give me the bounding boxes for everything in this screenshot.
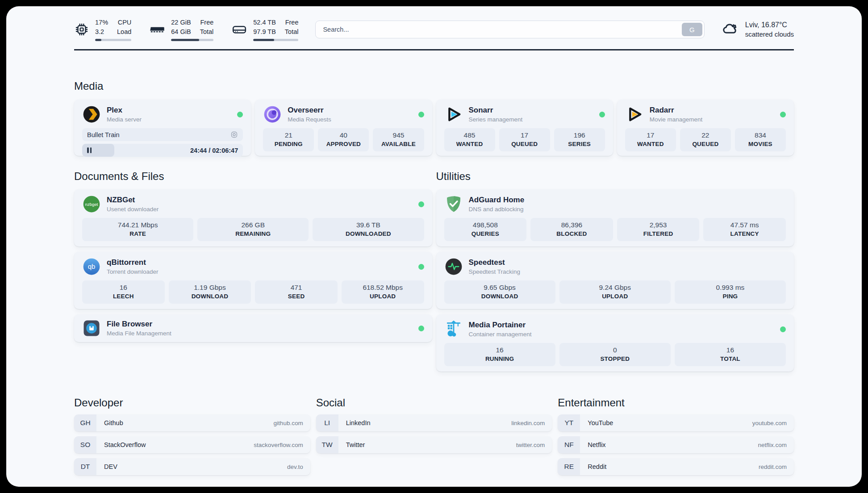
status-dot-online	[237, 112, 243, 117]
plex-icon	[82, 105, 101, 124]
memory-total-value: 64 GiB	[171, 27, 191, 36]
bookmark-name: Reddit	[580, 458, 606, 475]
documents-column: Documents & Files nzbget NZBGet Usenet d…	[74, 170, 432, 347]
bookmark-abbr: NF	[558, 436, 580, 453]
stat-filtered: 2,953 FILTERED	[617, 218, 700, 241]
app-subtitle: Series management	[469, 116, 523, 123]
memory-free-label: Free	[200, 18, 214, 27]
overseerr-icon	[263, 105, 282, 124]
app-card-overseerr[interactable]: Overseerr Media Requests 21 PENDING 40 A…	[255, 100, 432, 156]
app-title: Speedtest	[469, 258, 521, 267]
dashboard-page: 17% 3.2 CPU Load	[6, 6, 862, 487]
bookmark-name: Netflix	[580, 436, 605, 453]
weather-location-temp: Lviv, 16.87°C	[745, 20, 794, 30]
cpu-stat: 17% 3.2 CPU Load	[74, 18, 131, 41]
search-engine-button[interactable]: G	[682, 23, 702, 36]
app-card-adguard[interactable]: AdGuard Home DNS and adblocking 498,508 …	[436, 189, 794, 246]
cpu-icon	[74, 22, 89, 37]
disk-progress-bar	[253, 39, 298, 41]
weather-widget: Lviv, 16.87°C scattered clouds	[722, 20, 794, 39]
app-subtitle: Speedtest Tracking	[469, 268, 521, 275]
bookmark-linkedin[interactable]: LI LinkedIn linkedin.com	[316, 414, 552, 431]
app-card-nzbget[interactable]: nzbget NZBGet Usenet downloader 744.21 M…	[74, 189, 432, 246]
bookmark-name: Github	[96, 414, 123, 431]
bookmark-url: stackoverflow.com	[254, 436, 310, 453]
stat-blocked: 86,396 BLOCKED	[530, 218, 613, 241]
stat-seed: 471 SEED	[255, 280, 338, 304]
app-title: Sonarr	[469, 106, 523, 115]
section-title-social: Social	[316, 397, 552, 409]
app-title: File Browser	[107, 320, 171, 329]
app-card-radarr[interactable]: Radarr Movie management 17 WANTED 22 QUE…	[617, 100, 794, 156]
radarr-icon	[625, 105, 644, 124]
cpu-load-label: Load	[117, 27, 131, 36]
bookmark-name: YouTube	[580, 414, 613, 431]
bookmark-netflix[interactable]: NF Netflix netflix.com	[558, 436, 794, 453]
bookmark-abbr: GH	[74, 414, 96, 431]
memory-free-value: 22 GiB	[171, 18, 191, 27]
app-card-speedtest[interactable]: Speedtest Speedtest Tracking 9.65 Gbps D…	[436, 252, 794, 309]
stat-wanted: 17 WANTED	[625, 128, 676, 151]
bookmark-url: youtube.com	[752, 414, 794, 431]
app-title: Radarr	[650, 106, 703, 115]
bookmark-twitter[interactable]: TW Twitter twitter.com	[316, 436, 552, 453]
app-subtitle: DNS and adblocking	[469, 206, 525, 213]
stat-queued: 22 QUEUED	[680, 128, 731, 151]
bookmark-name: DEV	[96, 458, 117, 475]
bookmark-stackoverflow[interactable]: SO StackOverflow stackoverflow.com	[74, 436, 310, 453]
bookmark-abbr: LI	[316, 414, 338, 431]
status-dot-online	[599, 112, 605, 117]
search-input[interactable]	[315, 21, 704, 38]
disk-stat: 52.4 TB 97.9 TB Free Total	[231, 18, 298, 41]
section-title-utilities: Utilities	[436, 170, 794, 183]
header-divider	[74, 49, 794, 50]
stat-movies: 834 MOVIES	[735, 128, 786, 151]
stat-running: 16 RUNNING	[444, 343, 555, 366]
svg-text:qb: qb	[88, 263, 96, 270]
bookmark-abbr: YT	[558, 414, 580, 431]
app-card-portainer[interactable]: Media Portainer Container management 16 …	[436, 314, 794, 372]
bookmark-github[interactable]: GH Github github.com	[74, 414, 310, 431]
app-title: qBittorrent	[107, 258, 159, 267]
nzbget-icon: nzbget	[82, 195, 101, 213]
bookmark-reddit[interactable]: RE Reddit reddit.com	[558, 458, 794, 475]
app-title: Overseerr	[288, 106, 331, 115]
bookmark-url: netflix.com	[758, 436, 794, 453]
stat-remaining: 266 GB REMAINING	[197, 218, 309, 241]
stat-leech: 16 LEECH	[82, 280, 165, 304]
weather-condition: scattered clouds	[745, 30, 794, 39]
bookmark-name: StackOverflow	[96, 436, 146, 453]
stat-stopped: 0 STOPPED	[559, 343, 671, 366]
pause-icon	[87, 147, 92, 153]
app-card-filebrowser[interactable]: File Browser Media File Management	[74, 314, 432, 342]
portainer-icon	[444, 320, 463, 338]
status-dot-online	[418, 326, 424, 331]
stat-approved: 40 APPROVED	[318, 128, 369, 151]
bookmark-name: LinkedIn	[338, 414, 371, 431]
top-bar: 17% 3.2 CPU Load	[74, 16, 794, 43]
system-stats: 17% 3.2 CPU Load	[74, 18, 298, 41]
bookmark-dev[interactable]: DT DEV dev.to	[74, 458, 310, 475]
adguard-icon	[444, 195, 463, 213]
stat-total: 16 TOTAL	[675, 343, 786, 366]
stat-ping: 0.993 ms PING	[675, 280, 786, 304]
app-subtitle: Media Requests	[288, 116, 331, 123]
memory-stat: 22 GiB 64 GiB Free Total	[149, 18, 213, 41]
stat-latency: 47.57 ms LATENCY	[703, 218, 786, 241]
section-title-developer: Developer	[74, 397, 310, 409]
status-dot-online	[780, 112, 786, 117]
app-card-plex[interactable]: Plex Media server Bullet Train	[74, 100, 251, 156]
bookmark-url: linkedin.com	[511, 414, 552, 431]
cpu-load-value: 3.2	[95, 27, 108, 36]
app-card-qbittorrent[interactable]: qb qBittorrent Torrent downloader 16 LEE…	[74, 252, 432, 309]
cloud-icon	[722, 20, 739, 39]
bookmarks-developer: Developer GH Github github.com SO StackO…	[74, 397, 310, 475]
disk-icon	[231, 21, 247, 38]
bookmark-abbr: TW	[316, 436, 338, 453]
bookmarks-social: Social LI LinkedIn linkedin.com TW Twitt…	[316, 397, 552, 475]
ram-icon	[149, 21, 165, 38]
app-card-sonarr[interactable]: Sonarr Series management 485 WANTED 17 Q…	[436, 100, 613, 156]
now-playing-row: Bullet Train	[82, 128, 243, 141]
app-subtitle: Torrent downloader	[107, 268, 159, 275]
bookmark-youtube[interactable]: YT YouTube youtube.com	[558, 414, 794, 431]
